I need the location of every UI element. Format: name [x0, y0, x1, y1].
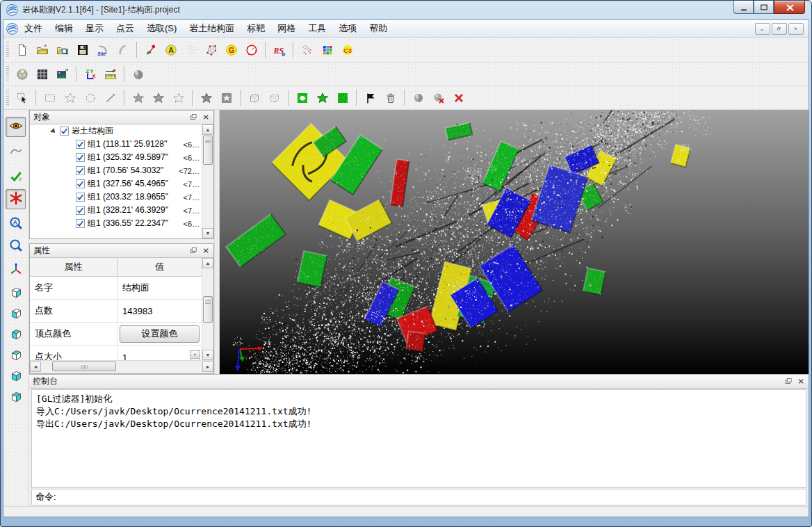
- menu-item-0[interactable]: 文件: [18, 20, 49, 37]
- scroll-down-icon[interactable]: ▼: [202, 228, 213, 238]
- menu-item-9[interactable]: 选项: [332, 20, 363, 37]
- lasso-select-button[interactable]: [81, 88, 99, 107]
- objects-panel-header[interactable]: 对象: [30, 111, 213, 124]
- cube-top-right-button[interactable]: [6, 388, 26, 408]
- sphere-item-button[interactable]: [409, 88, 428, 107]
- cube-front-button[interactable]: [6, 305, 26, 325]
- region-green-button[interactable]: [293, 88, 311, 107]
- mdi-close-button[interactable]: [788, 23, 804, 35]
- tree-item-1[interactable]: 组1 (325.32' 49.5897''<6…: [30, 151, 202, 164]
- command-input[interactable]: [56, 490, 806, 504]
- properties-panel-header[interactable]: 属性: [30, 244, 213, 258]
- menu-item-2[interactable]: 显示: [79, 20, 110, 37]
- cube-top-button[interactable]: [6, 346, 26, 366]
- poly-select-button[interactable]: [60, 88, 79, 107]
- box-select-button[interactable]: [245, 88, 263, 107]
- property-table-scrollbar[interactable]: ▲ ▼: [202, 258, 213, 360]
- scroll-up-icon[interactable]: ▲: [202, 124, 213, 135]
- star-outline-button[interactable]: [169, 88, 188, 107]
- cube-right-button[interactable]: [6, 284, 26, 304]
- cube-front-left-button[interactable]: [6, 325, 26, 346]
- save-button[interactable]: [73, 40, 92, 59]
- color-classes-button[interactable]: [318, 40, 336, 59]
- menu-item-3[interactable]: 点云: [110, 20, 140, 37]
- title-bar[interactable]: 岩体勘测V2.1.1[64] - [Site1]-结构面.project: [1, 1, 811, 19]
- menu-item-5[interactable]: 岩土结构面: [183, 20, 241, 37]
- viewport-canvas[interactable]: [220, 110, 809, 374]
- property-value-cell[interactable]: 结构面: [117, 277, 202, 299]
- pick-confirm-button[interactable]: [6, 167, 26, 187]
- float-panel-button[interactable]: [188, 113, 199, 122]
- flag-button[interactable]: [361, 88, 380, 107]
- scroll-thumb[interactable]: [52, 362, 116, 371]
- scroll-thumb[interactable]: [203, 136, 213, 165]
- menu-item-8[interactable]: 工具: [302, 20, 332, 37]
- cube-front-right-button[interactable]: [6, 367, 26, 387]
- star-subtract-button[interactable]: [129, 88, 147, 107]
- close-panel-button[interactable]: [201, 246, 211, 256]
- tree-item-6[interactable]: 组1 (336.55' 22.2347''<6…: [30, 217, 202, 230]
- checkbox[interactable]: [76, 193, 85, 202]
- box-green-button[interactable]: [333, 88, 352, 107]
- checkbox[interactable]: [76, 153, 85, 162]
- tree-expander-icon[interactable]: [50, 128, 57, 135]
- zoom-in-button[interactable]: [6, 236, 26, 257]
- normal-vectors-button[interactable]: [141, 40, 160, 59]
- tree-item-4[interactable]: 组1 (203.32' 18.9655''<7…: [30, 190, 202, 204]
- close-panel-button[interactable]: [201, 113, 211, 122]
- set-color-button[interactable]: 设置颜色: [120, 325, 200, 343]
- eye-view-button[interactable]: [6, 117, 26, 137]
- grid-view-button[interactable]: [33, 65, 51, 83]
- property-value-cell[interactable]: 设置颜色: [117, 323, 202, 345]
- rect-select-button[interactable]: [40, 88, 59, 107]
- scroll-right-icon[interactable]: ►: [202, 362, 213, 372]
- minimize-button[interactable]: [733, 1, 754, 14]
- scroll-up-icon[interactable]: ▲: [202, 258, 213, 268]
- tree-item-5[interactable]: 组1 (328.21' 46.3929''<7…: [30, 204, 202, 217]
- geology-g-button[interactable]: G: [222, 40, 241, 59]
- property-value-cell[interactable]: 1▲▼: [117, 346, 202, 360]
- panel-splitter-v[interactable]: [214, 110, 220, 374]
- scroll-thumb[interactable]: [203, 296, 213, 323]
- axes-zyx-button[interactable]: ZYX: [81, 65, 99, 83]
- star-green-button[interactable]: [313, 88, 332, 107]
- menu-item-4[interactable]: 选取(S): [140, 20, 183, 37]
- scroll-left-icon[interactable]: ◄: [30, 362, 41, 372]
- console-panel-header[interactable]: 控制台: [29, 375, 809, 389]
- property-hscrollbar[interactable]: ◄ ►: [30, 360, 213, 373]
- menu-item-7[interactable]: 网格: [271, 20, 302, 37]
- tree-item-2[interactable]: 组1 (70.56' 54.3032''<72…: [30, 164, 202, 177]
- toolbar-drag-handle[interactable]: [6, 66, 9, 83]
- spin-up-icon[interactable]: ▲: [190, 350, 200, 357]
- box-select2-button[interactable]: [265, 88, 284, 107]
- float-panel-button[interactable]: [783, 377, 794, 387]
- checkbox[interactable]: [76, 206, 85, 215]
- console-output[interactable]: [GL过滤器]初始化导入C:/Users/javk/Desktop/Ocurre…: [31, 389, 806, 488]
- zoom-area-button[interactable]: A: [6, 214, 26, 234]
- new-file-button[interactable]: [13, 40, 31, 59]
- toolbar-drag-handle[interactable]: [6, 42, 9, 58]
- menu-item-1[interactable]: 编辑: [49, 20, 79, 37]
- star-solid-button[interactable]: [197, 88, 216, 107]
- c3-button[interactable]: C3: [338, 40, 357, 59]
- sphere-delete-button[interactable]: [429, 88, 448, 107]
- open-project-button[interactable]: [33, 40, 51, 59]
- tree-item-0[interactable]: 组1 (118.11' 25.9128''<6…: [30, 138, 202, 151]
- checkbox[interactable]: [76, 219, 85, 228]
- point-size-spinner[interactable]: ▲▼: [190, 350, 200, 360]
- star-box-button[interactable]: [217, 88, 236, 107]
- line-select-button[interactable]: [101, 88, 120, 107]
- cursor-select-button[interactable]: [13, 88, 31, 107]
- checkbox[interactable]: [76, 179, 85, 188]
- checkbox[interactable]: [76, 166, 85, 175]
- label-a-button[interactable]: A: [161, 40, 180, 59]
- menu-item-10[interactable]: 帮助: [363, 20, 393, 37]
- maximize-button[interactable]: [754, 1, 774, 14]
- menu-item-6[interactable]: 标靶: [241, 20, 271, 37]
- property-value-cell[interactable]: 143983: [117, 300, 202, 322]
- stereonet-o-button[interactable]: [242, 40, 261, 59]
- open-search-button[interactable]: [53, 40, 72, 59]
- star-intersect-button[interactable]: [149, 88, 168, 107]
- scroll-down-icon[interactable]: ▼: [202, 350, 213, 360]
- close-button[interactable]: [774, 1, 805, 14]
